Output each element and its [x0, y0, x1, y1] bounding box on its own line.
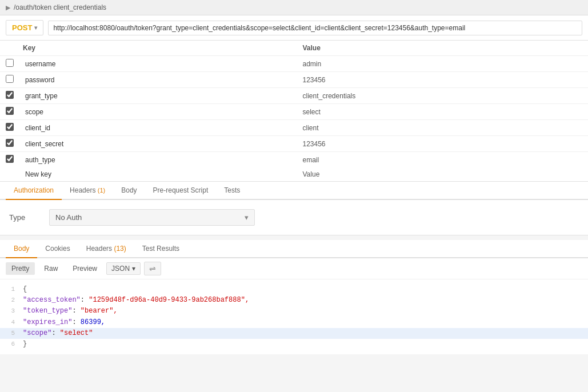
line-number: 6 — [0, 339, 21, 350]
param-checkbox[interactable] — [6, 155, 14, 163]
line-number: 1 — [0, 284, 21, 295]
line-number: 5 — [0, 328, 21, 339]
code-line: 1 { — [0, 284, 588, 295]
format-selected: JSON — [111, 265, 130, 273]
col-key: Key — [23, 44, 303, 52]
param-key: client_id — [23, 124, 303, 132]
line-content: { — [21, 284, 588, 295]
auth-section: Type No Auth ▾ — [0, 200, 588, 235]
auth-type-select[interactable]: No Auth ▾ — [49, 209, 255, 226]
top-bar: ▶ /oauth/token client_credentials — [0, 0, 588, 15]
param-checkbox[interactable] — [6, 107, 14, 115]
request-tabs: AuthorizationHeaders (1)BodyPre-request … — [0, 182, 588, 200]
code-line: 4 "expires_in": 86399, — [0, 317, 588, 328]
arrow-icon: ▶ — [6, 4, 10, 11]
request-bar: POST ▾ — [0, 15, 588, 41]
response-tab-test_results[interactable]: Test Results — [134, 240, 187, 258]
preview-button[interactable]: Preview — [67, 262, 103, 275]
new-value-placeholder: Value — [303, 170, 583, 178]
line-number: 3 — [0, 306, 21, 317]
tab-prerequest[interactable]: Pre-request Script — [145, 182, 217, 200]
param-value: client_credentials — [303, 92, 583, 100]
line-content: } — [21, 339, 588, 350]
response-tab-cookies[interactable]: Cookies — [37, 240, 78, 258]
auth-chevron-icon: ▾ — [245, 213, 249, 222]
format-bar: Pretty Raw Preview JSON ▾ ⇌ — [0, 258, 588, 279]
new-param-row[interactable]: New key Value — [0, 167, 588, 181]
response-tab-headers[interactable]: Headers (13) — [78, 240, 134, 258]
pretty-button[interactable]: Pretty — [6, 262, 35, 275]
method-button[interactable]: POST ▾ — [6, 20, 43, 35]
param-key: username — [23, 60, 303, 68]
raw-button[interactable]: Raw — [38, 262, 63, 275]
tab-body[interactable]: Body — [113, 182, 145, 200]
tab-badge: (1) — [98, 187, 105, 194]
format-select[interactable]: JSON ▾ — [106, 262, 141, 275]
table-row: password 123456 — [0, 72, 588, 88]
param-key: client_secret — [23, 140, 303, 148]
param-key: auth_type — [23, 156, 303, 164]
auth-selected-value: No Auth — [55, 213, 82, 222]
line-content: "expires_in": 86399, — [21, 317, 588, 328]
tab-headers[interactable]: Headers (1) — [62, 182, 113, 200]
chevron-down-icon: ▾ — [34, 25, 37, 31]
table-row: scope select — [0, 104, 588, 120]
code-line: 5 "scope": "select" — [0, 328, 588, 339]
line-content: "token_type": "bearer", — [21, 306, 588, 317]
auth-type-label: Type — [9, 213, 38, 222]
new-key-placeholder: New key — [23, 170, 303, 178]
param-value: 123456 — [303, 140, 583, 148]
tab-tests[interactable]: Tests — [216, 182, 248, 200]
line-content: "access_token": "1259d48f-d96a-40d9-9433… — [21, 295, 588, 306]
method-label: POST — [12, 23, 32, 32]
line-number: 4 — [0, 317, 21, 328]
code-line: 6 } — [0, 339, 588, 350]
url-input[interactable] — [48, 21, 582, 35]
format-chevron-icon: ▾ — [132, 265, 135, 273]
col-value: Value — [303, 44, 583, 52]
param-checkbox[interactable] — [6, 91, 14, 99]
table-row: client_id client — [0, 120, 588, 136]
table-row: client_secret 123456 — [0, 136, 588, 152]
param-checkbox[interactable] — [6, 75, 14, 83]
param-key: grant_type — [23, 92, 303, 100]
param-value: email — [303, 156, 583, 164]
param-checkbox[interactable] — [6, 123, 14, 131]
params-table: Key Value username admin password 123456… — [0, 41, 588, 182]
tab-authorization[interactable]: Authorization — [6, 182, 62, 200]
param-key: scope — [23, 108, 303, 116]
param-value: 123456 — [303, 76, 583, 84]
table-header: Key Value — [0, 41, 588, 56]
response-tab-body[interactable]: Body — [6, 240, 37, 258]
table-row: auth_type email — [0, 152, 588, 167]
param-value: admin — [303, 60, 583, 68]
code-line: 2 "access_token": "1259d48f-d96a-40d9-94… — [0, 295, 588, 306]
wrap-button[interactable]: ⇌ — [144, 262, 161, 275]
param-checkbox[interactable] — [6, 59, 14, 67]
breadcrumb-label: /oauth/token client_credentials — [14, 3, 106, 11]
param-checkbox[interactable] — [6, 139, 14, 147]
table-row: grant_type client_credentials — [0, 88, 588, 104]
code-area: 1 { 2 "access_token": "1259d48f-d96a-40d… — [0, 279, 588, 354]
line-number: 2 — [0, 295, 21, 306]
table-row: username admin — [0, 56, 588, 72]
line-content: "scope": "select" — [21, 328, 588, 339]
response-tab-badge: (13) — [114, 245, 126, 253]
param-value: select — [303, 108, 583, 116]
param-key: password — [23, 76, 303, 84]
response-tabs: BodyCookiesHeaders (13)Test Results — [0, 240, 588, 258]
code-line: 3 "token_type": "bearer", — [0, 306, 588, 317]
param-value: client — [303, 124, 583, 132]
